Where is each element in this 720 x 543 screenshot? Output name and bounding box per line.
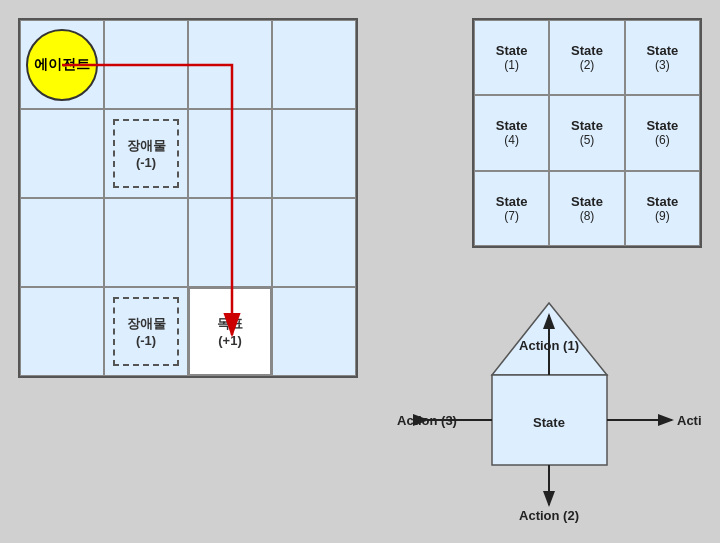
state-cell-9: State(9) [625, 171, 700, 246]
target-label: 목표 [217, 315, 243, 333]
state-cell-1: State(1) [474, 20, 549, 95]
target-cell: 목표 (+1) [188, 287, 272, 376]
empty-cell-r1c3 [188, 20, 272, 109]
empty-cell-r3c1 [20, 198, 104, 287]
state-grid: State(1)State(2)State(3)State(4)State(5)… [472, 18, 702, 248]
svg-text:State: State [533, 415, 565, 430]
state-cell-2: State(2) [549, 20, 624, 95]
empty-cell-r1c4 [272, 20, 356, 109]
obstacle2-cell: 장애물 (-1) [104, 287, 188, 376]
state-cell-6: State(6) [625, 95, 700, 170]
empty-cell-r4c1 [20, 287, 104, 376]
empty-cell-r4c4 [272, 287, 356, 376]
state-cell-4: State(4) [474, 95, 549, 170]
obstacle1-box: 장애물 (-1) [113, 119, 179, 189]
obstacle1-value: (-1) [136, 155, 156, 170]
grid: 에이전트 장애물 (-1) 장애물 (-1) [20, 20, 356, 376]
svg-text:Action (2): Action (2) [519, 508, 579, 523]
empty-cell-r2c1 [20, 109, 104, 198]
left-panel: 에이전트 장애물 (-1) 장애물 (-1) [18, 18, 358, 378]
state-cell-7: State(7) [474, 171, 549, 246]
agent-label: 에이전트 [34, 56, 90, 74]
state-cell-5: State(5) [549, 95, 624, 170]
state-cell-8: State(8) [549, 171, 624, 246]
empty-cell-r3c2 [104, 198, 188, 287]
obstacle2-label: 장애물 [127, 315, 166, 333]
action-svg: Action (1) State Action (2) Action (3) A… [397, 295, 702, 525]
empty-cell-r2c4 [272, 109, 356, 198]
empty-cell-r3c3 [188, 198, 272, 287]
empty-cell-r3c4 [272, 198, 356, 287]
agent-circle: 에이전트 [26, 29, 98, 101]
obstacle2-box: 장애물 (-1) [113, 297, 179, 367]
target-box: 목표 (+1) [217, 315, 243, 348]
obstacle2-value: (-1) [136, 333, 156, 348]
state-cell-3: State(3) [625, 20, 700, 95]
obstacle1-label: 장애물 [127, 137, 166, 155]
svg-text:Action (3): Action (3) [397, 413, 457, 428]
svg-text:Action (4): Action (4) [677, 413, 702, 428]
action-diagram: Action (1) State Action (2) Action (3) A… [397, 295, 702, 525]
target-value: (+1) [218, 333, 241, 348]
empty-cell-r1c2 [104, 20, 188, 109]
agent-cell: 에이전트 [20, 20, 104, 109]
empty-cell-r2c3 [188, 109, 272, 198]
obstacle1-cell: 장애물 (-1) [104, 109, 188, 198]
